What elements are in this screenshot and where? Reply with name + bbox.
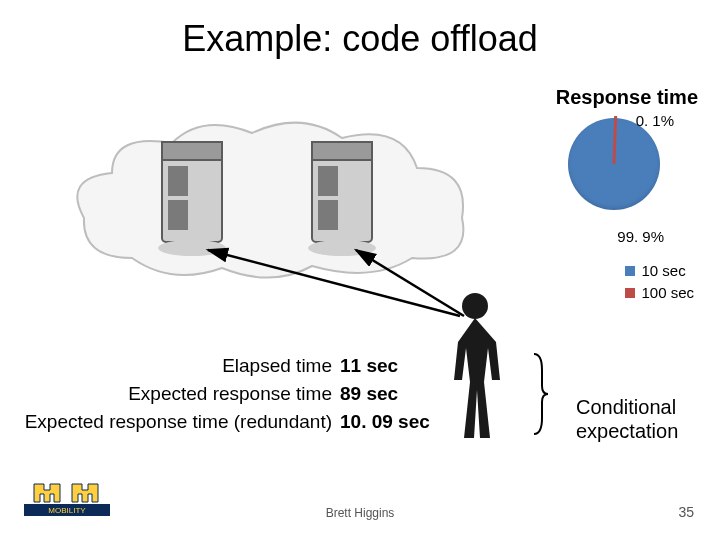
stat-value: 89 sec: [340, 380, 440, 408]
svg-point-4: [158, 240, 226, 256]
legend: 10 sec 100 sec: [625, 260, 694, 304]
footer-author: Brett Higgins: [0, 506, 720, 520]
cloud-diagram: [72, 118, 472, 288]
brace-icon: [530, 352, 550, 436]
person-icon: [440, 290, 510, 440]
server-icon: [304, 136, 388, 258]
stat-value: 11 sec: [340, 352, 440, 380]
legend-label: 10 sec: [641, 260, 685, 282]
svg-point-9: [308, 240, 376, 256]
svg-rect-7: [318, 166, 338, 196]
svg-rect-1: [162, 142, 222, 160]
svg-rect-3: [168, 200, 188, 230]
conditional-expectation-label: Conditional expectation: [576, 395, 706, 443]
pie-body: [568, 118, 660, 210]
legend-swatch-icon: [625, 266, 635, 276]
slide-title: Example: code offload: [0, 18, 720, 60]
stat-label: Elapsed time: [12, 352, 332, 380]
server-icon: [154, 136, 238, 258]
legend-item: 100 sec: [625, 282, 694, 304]
legend-item: 10 sec: [625, 260, 694, 282]
cloud-icon: [72, 118, 472, 288]
response-time-heading: Response time: [556, 86, 698, 109]
pie-label-small: 0. 1%: [636, 112, 674, 129]
pie-label-large: 99. 9%: [617, 228, 664, 245]
svg-rect-6: [312, 142, 372, 160]
stat-label: Expected response time: [12, 380, 332, 408]
svg-rect-2: [168, 166, 188, 196]
stat-value: 10. 09 sec: [340, 408, 440, 436]
svg-rect-8: [318, 200, 338, 230]
pie-chart: [568, 118, 660, 210]
slide: Example: code offload Response time 0. 1…: [0, 0, 720, 540]
page-number: 35: [678, 504, 694, 520]
legend-label: 100 sec: [641, 282, 694, 304]
svg-point-10: [462, 293, 488, 319]
legend-swatch-icon: [625, 288, 635, 298]
pie-sliver: [613, 116, 618, 164]
stat-label: Expected response time (redundant): [12, 408, 332, 436]
stats-table: Elapsed time 11 sec Expected response ti…: [12, 352, 440, 436]
